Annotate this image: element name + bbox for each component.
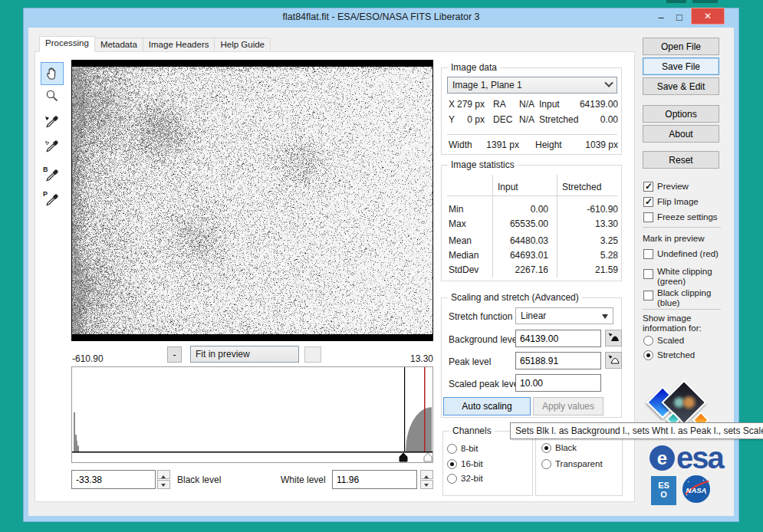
scaled-peak-level-label: Scaled peak level (449, 379, 521, 389)
x-value: 279 px (441, 99, 485, 110)
tab-image-headers[interactable]: Image Headers (143, 38, 215, 52)
divider (643, 227, 721, 228)
stats-col-divider (557, 175, 557, 277)
checkbox-icon (643, 212, 653, 222)
window-title: flat84flat.fit - ESA/ESO/NASA FITS Liber… (23, 11, 739, 22)
background-level-picker-button[interactable] (43, 113, 61, 132)
peak-level-label: Peak level (449, 356, 491, 367)
white-level-input[interactable] (332, 470, 417, 489)
stat-row-stretched: -610.90 (558, 204, 618, 215)
desktop-window-fragment (692, 0, 718, 3)
background-level-input[interactable] (515, 330, 601, 347)
radio-label: Stretched (657, 350, 695, 360)
black-level-label: Black level (177, 475, 221, 485)
radio-label: 32-bit (461, 474, 483, 484)
ra-label: RA (493, 99, 506, 110)
checkbox-label: Flip Image (657, 197, 699, 207)
checkbox-icon (643, 291, 653, 300)
width-value: 1391 px (460, 140, 519, 150)
plane-select[interactable]: Image 1, Plane 1 (447, 77, 617, 94)
radio-8bit[interactable]: 8-bit (447, 444, 478, 454)
radio-icon (541, 443, 551, 453)
checkbox-icon (643, 182, 653, 192)
peak-level-input[interactable] (515, 352, 601, 369)
tab-bar: Processing Metadata Image Headers Help G… (40, 36, 271, 52)
save-edit-button[interactable]: Save & Edit (643, 77, 719, 95)
histogram-canvas[interactable] (71, 366, 433, 463)
peak-level-picker-button[interactable] (43, 138, 61, 156)
reset-button[interactable]: Reset (643, 151, 719, 169)
close-button[interactable]: ✕ (691, 8, 725, 25)
nasa-logo: NASA (682, 475, 711, 504)
zoom-in-button[interactable] (304, 346, 321, 363)
stat-row-label: Min (449, 204, 463, 215)
dropdown-arrow-icon (602, 314, 608, 322)
tab-metadata[interactable]: Metadata (94, 38, 143, 52)
hand-tool-button[interactable] (41, 62, 64, 85)
checkbox-label: Undefined (red) (657, 249, 719, 259)
radio-undefined-black[interactable]: Black (541, 443, 577, 453)
radio-icon (447, 459, 457, 469)
checkbox-flip-image[interactable]: Flip Image (643, 197, 699, 207)
options-button[interactable]: Options (643, 105, 719, 123)
apply-values-button[interactable]: Apply values (533, 397, 603, 415)
zoom-level-select[interactable]: Fit in preview (190, 346, 299, 363)
white-level-spinner[interactable] (420, 470, 433, 489)
esa-logo: e esa (650, 445, 723, 471)
stats-header-stretched: Stretched (562, 182, 601, 192)
minimize-button[interactable]: – (653, 11, 669, 25)
radio-label: 16-bit (461, 459, 483, 469)
checkbox-undefined-red[interactable]: Undefined (red) (643, 249, 719, 259)
checkbox-white-clipping[interactable]: White clipping (green) (643, 267, 720, 287)
pick-background-button[interactable] (605, 330, 622, 346)
radio-16bit[interactable]: 16-bit (447, 459, 483, 469)
esa-circle-icon: e (650, 445, 675, 471)
stats-header-input: Input (498, 182, 518, 192)
zoom-out-button[interactable]: - (167, 346, 182, 363)
checkbox-label: Freeze settings (657, 212, 718, 222)
tab-processing[interactable]: Processing (39, 36, 95, 52)
stretch-function-select[interactable]: Linear (515, 307, 613, 324)
black-level-spinner[interactable] (157, 470, 170, 489)
stat-row-label: Max (449, 218, 466, 229)
radio-icon (447, 474, 457, 484)
auto-scaling-button[interactable]: Auto scaling (443, 397, 531, 415)
radio-32bit[interactable]: 32-bit (447, 474, 483, 484)
tab-help-guide[interactable]: Help Guide (214, 38, 271, 52)
checkbox-freeze-settings[interactable]: Freeze settings (643, 212, 718, 222)
stat-row-label: StdDev (449, 264, 479, 275)
radio-scaled[interactable]: Scaled (643, 336, 684, 346)
checkbox-icon (643, 197, 653, 207)
image-statistics-title: Image statistics (448, 159, 518, 170)
chevron-down-icon (604, 79, 613, 87)
white-level-letter: P (43, 190, 48, 198)
stat-row-input: 65535.00 (495, 218, 548, 229)
black-level-picker-button[interactable]: B (43, 167, 61, 186)
background-eyedropper-icon (44, 113, 61, 133)
radio-icon (447, 444, 457, 454)
radio-undefined-transparent[interactable]: Transparent (541, 459, 603, 469)
eso-logo: ES O (651, 476, 676, 505)
stretched-value: 0.00 (552, 114, 618, 125)
divider (643, 309, 721, 310)
stats-col-divider (492, 175, 493, 277)
mark-in-preview-title: Mark in preview (643, 234, 705, 243)
about-button[interactable]: About (643, 125, 719, 143)
nasa-text: NASA (686, 486, 707, 494)
pick-peak-button[interactable] (605, 352, 622, 369)
maximize-button[interactable]: □ (672, 11, 687, 25)
save-file-button[interactable]: Save File (643, 57, 719, 75)
black-level-input[interactable] (71, 470, 156, 489)
scaled-peak-level-input[interactable] (515, 374, 601, 392)
radio-icon (541, 459, 551, 469)
checkbox-preview[interactable]: Preview (643, 182, 689, 192)
open-file-button[interactable]: Open File (643, 38, 719, 55)
zoom-tool-button[interactable] (43, 87, 61, 106)
radio-stretched[interactable]: Stretched (643, 350, 695, 360)
white-level-picker-button[interactable]: P (43, 192, 61, 210)
checkbox-black-clipping[interactable]: Black clipping (blue) (643, 288, 720, 308)
height-value: 1039 px (552, 140, 618, 150)
show-info-title: Show image information for: (643, 314, 712, 333)
stretch-function-value: Linear (521, 310, 546, 321)
preview-noise-canvas (72, 67, 432, 334)
